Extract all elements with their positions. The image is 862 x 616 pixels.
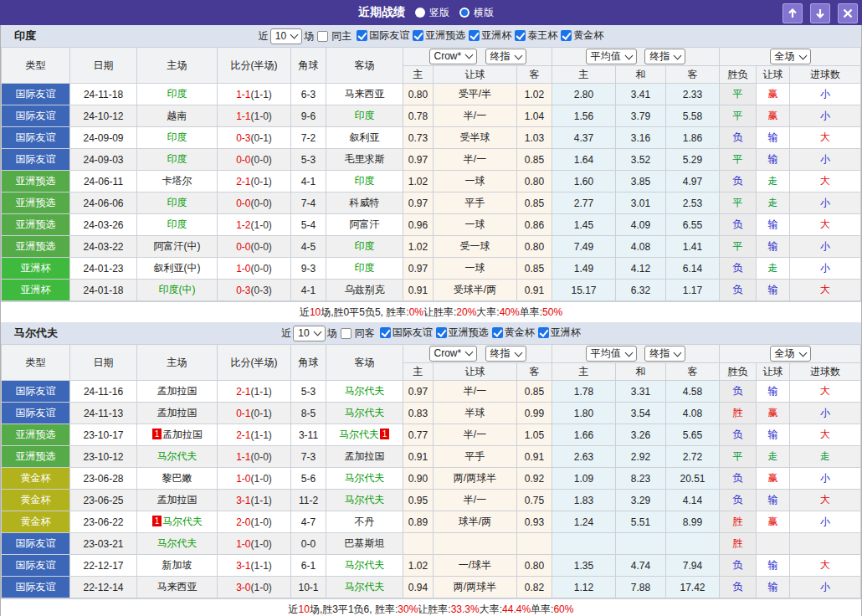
summary-segment: 近: [289, 603, 299, 616]
same-venue-checkbox[interactable]: [341, 328, 351, 339]
wdl-result: 平: [720, 446, 757, 468]
column-header-away: 客场: [326, 48, 403, 84]
match-date: 24-11-13: [70, 403, 137, 424]
scroll-down-button[interactable]: [810, 3, 830, 23]
average-select[interactable]: 平均值: [586, 346, 637, 362]
odds-value: 0.85: [517, 381, 552, 403]
bookmaker-select[interactable]: Crow*: [429, 346, 478, 362]
league-type-badge: 亚洲预选: [2, 171, 70, 192]
match-date: 22-12-14: [70, 577, 137, 598]
odds-value: 0.94: [403, 577, 434, 598]
goals-result-label: 大: [820, 385, 830, 397]
league-checkbox[interactable]: [492, 327, 503, 338]
team-label: 印度: [167, 131, 187, 143]
average-odds-value: 1.49: [552, 258, 616, 280]
arrow-up-icon: [788, 8, 798, 18]
league-filter-list: 国际友谊亚洲预选亚洲杯泰王杯黄金杯: [353, 28, 603, 44]
match-date: 23-03-21: [70, 533, 137, 555]
handicap-result: 输: [757, 490, 790, 511]
match-date: 24-09-03: [70, 149, 137, 171]
team-label: 孟加拉国: [157, 494, 198, 506]
average-odds-value: 4.09: [616, 214, 666, 236]
league-label: 国际友谊: [369, 28, 409, 43]
match-row: 黄金杯23-06-221马尔代夫2-0(1-0)4-7不丹0.89球半/两0.9…: [2, 511, 861, 533]
league-checkbox[interactable]: [380, 327, 391, 338]
league-checkbox[interactable]: [515, 30, 526, 41]
league-filter: 国际友谊: [378, 326, 433, 340]
summary-segment: 30%: [398, 603, 418, 615]
league-checkbox[interactable]: [357, 30, 367, 41]
close-button[interactable]: [838, 3, 858, 23]
away-team: 叙利亚: [326, 127, 403, 149]
handicap-line: 半/一: [434, 490, 517, 511]
league-checkbox[interactable]: [469, 30, 480, 41]
handicap-result: 赢: [757, 511, 790, 533]
away-team: 乌兹别克: [326, 280, 403, 301]
goals-result-label: 大: [820, 218, 830, 230]
scroll-up-button[interactable]: [782, 3, 803, 23]
odds-value: 0.83: [403, 403, 434, 424]
average-odds-value: 3.29: [616, 490, 666, 511]
goals-result-label: 小: [820, 110, 830, 121]
league-type-badge: 国际友谊: [2, 127, 70, 149]
team-label: 阿富汗: [350, 218, 380, 230]
corner-score: 9-6: [291, 105, 326, 127]
handicap-result-label: 输: [768, 131, 778, 143]
layout-radio-vertical[interactable]: 竖版: [415, 6, 449, 20]
corner-score: 5-6: [291, 468, 326, 490]
handicap-line: 一球: [434, 214, 517, 236]
team-label: 印度: [355, 110, 375, 121]
odds-value: [403, 533, 434, 555]
wdl-result-label: 负: [733, 472, 743, 484]
handicap-line: 半/一: [434, 105, 517, 127]
average-time-select[interactable]: 终指: [644, 49, 685, 64]
corner-score: 4-5: [291, 236, 326, 258]
average-odds-value: 5.65: [666, 424, 720, 446]
average-odds-value: [616, 533, 666, 555]
summary-segment: 让胜率:: [418, 603, 450, 616]
match-date: 24-03-22: [70, 236, 137, 258]
team-label: 马尔代夫: [339, 429, 379, 440]
league-checkbox[interactable]: [413, 30, 423, 41]
team-label: 马尔代夫: [345, 581, 385, 593]
average-odds-value: 1.83: [552, 490, 616, 511]
home-team: 孟加拉国: [137, 403, 218, 424]
radio-vertical-icon[interactable]: [415, 8, 425, 18]
bookmaker-select[interactable]: Crow*: [429, 49, 478, 64]
league-checkbox[interactable]: [436, 327, 447, 338]
handicap-line: 平手: [434, 446, 517, 468]
match-count-value: 10: [275, 30, 286, 42]
average-select[interactable]: 平均值: [586, 49, 637, 64]
average-odds-value: 6.14: [666, 258, 720, 280]
handicap-result-label: 输: [768, 494, 778, 506]
match-scope-select[interactable]: 全场: [770, 346, 811, 362]
odds-time-select[interactable]: 终指: [485, 346, 526, 362]
match-count-select[interactable]: 10: [270, 28, 302, 44]
wdl-result-label: 负: [733, 175, 743, 187]
same-venue-checkbox[interactable]: [317, 31, 328, 42]
column-header-score: 比分(半场): [218, 48, 291, 84]
odds-time-select[interactable]: 终指: [485, 49, 526, 64]
handicap-result: 输: [757, 236, 790, 258]
sub-header: 客: [666, 363, 720, 381]
league-checkbox[interactable]: [538, 327, 549, 338]
same-venue-label: 同主: [331, 29, 351, 44]
match-scope-select[interactable]: 全场: [770, 49, 811, 64]
column-header-type: 类型: [2, 345, 70, 381]
handicap-result-label: 赢: [768, 407, 778, 418]
layout-radio-horizontal[interactable]: 横版: [459, 6, 494, 20]
average-odds-value: 3.85: [616, 171, 666, 192]
goals-result-label: 小: [820, 262, 830, 274]
league-checkbox[interactable]: [561, 30, 572, 41]
team-label: 不丹: [355, 516, 375, 527]
sub-header: 主: [552, 363, 616, 381]
match-count-select[interactable]: 10: [293, 326, 325, 341]
average-odds-value: 1.66: [552, 424, 616, 446]
radio-horizontal-icon[interactable]: [459, 8, 469, 18]
corner-score: 10-1: [291, 577, 326, 598]
results-table: 类型 日期 主场 比分(半场) 角球 客场 Crow* 终指 平均值 终指: [1, 344, 861, 598]
team-label: 卡塔尔: [162, 175, 192, 187]
average-time-select[interactable]: 终指: [644, 346, 685, 362]
team-label: 越南: [167, 110, 187, 121]
summary-segment: 20%: [456, 306, 476, 318]
